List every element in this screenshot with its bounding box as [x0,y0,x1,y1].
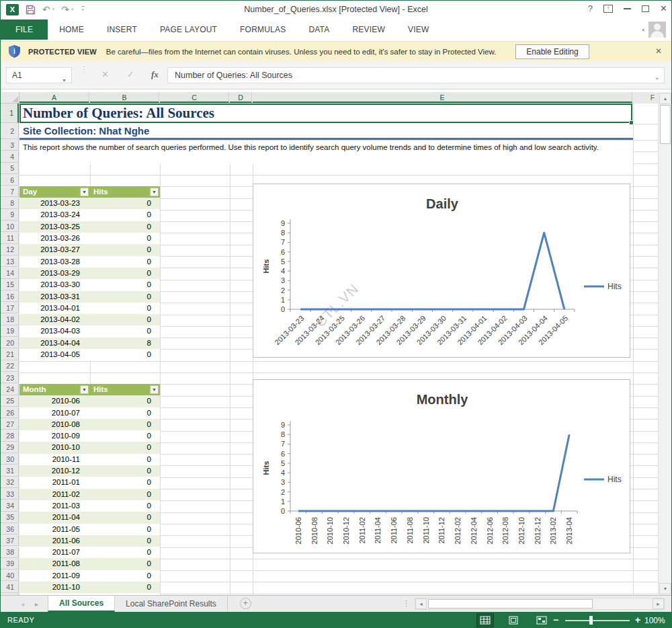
page-layout-view-icon[interactable] [505,613,522,627]
maximize-icon[interactable] [642,5,649,12]
month-table-row[interactable]: 2010-100 [19,442,160,453]
sheet-nav-right-icon[interactable]: ▸ [35,600,38,608]
ribbon-tab-page-layout[interactable]: PAGE LAYOUT [149,19,228,40]
sheet-nav-left-icon[interactable]: ◂ [21,600,24,608]
scroll-down-icon[interactable]: ▼ [659,583,671,594]
row-header-15[interactable]: 15 [1,280,19,290]
row-header-1[interactable]: 1 [1,104,19,123]
hscroll-right-icon[interactable]: ▸ [653,598,664,609]
sheet-canvas[interactable]: Number of Queries: All Sources Site Coll… [19,104,659,595]
ribbon-tab-view[interactable]: VIEW [396,19,440,40]
day-table-row[interactable]: 2013-03-310 [19,291,160,303]
scroll-up-icon[interactable]: ▲ [659,93,671,104]
row-header-9[interactable]: 9 [1,210,19,221]
page-break-view-icon[interactable] [533,613,550,627]
enter-icon[interactable]: ✓ [127,69,134,79]
add-sheet-icon[interactable]: + [240,598,251,609]
month-table-row[interactable]: 2011-040 [19,512,160,523]
month-table-row[interactable]: 2011-030 [19,500,160,512]
row-header-41[interactable]: 41 [1,582,19,592]
daily-chart[interactable]: Daily0123456789Hits2013-03-232013-03-242… [253,184,630,358]
month-table-row[interactable]: 2011-100 [19,582,160,593]
ribbon-display-options-icon[interactable]: ↑ [603,5,613,13]
filter-dropdown-icon[interactable]: ▼ [150,385,159,394]
sheet-tab-all-sources[interactable]: All Sources [48,596,115,612]
row-header-17[interactable]: 17 [1,303,19,313]
day-table-row[interactable]: 2013-03-300 [19,279,160,290]
day-table-row[interactable]: 2013-03-260 [19,233,160,244]
row-header-8[interactable]: 8 [1,198,19,209]
row-header-7[interactable]: 7 [1,186,19,197]
row-header-2[interactable]: 2 [1,124,19,139]
info-bar-close-icon[interactable]: ✕ [655,46,662,56]
row-header-5[interactable]: 5 [1,163,19,174]
month-table-row[interactable]: 2011-060 [19,535,160,547]
ribbon-tab-data[interactable]: DATA [297,19,341,40]
day-table-row[interactable]: 2013-04-050 [19,349,160,360]
vertical-scrollbar[interactable]: ▲ ▼ [658,92,671,595]
month-table-row[interactable]: 2011-010 [19,477,160,488]
row-header-22[interactable]: 22 [1,361,19,372]
row-header-10[interactable]: 10 [1,221,19,232]
month-table-row[interactable]: 2010-080 [19,419,160,430]
row-header-18[interactable]: 18 [1,315,19,325]
description-cell[interactable]: This report shows the number of search q… [19,142,633,164]
column-header-B[interactable]: B [90,92,159,103]
month-table-row[interactable]: 2011-080 [19,558,160,570]
close-icon[interactable]: ✕ [660,3,667,13]
row-header-31[interactable]: 31 [1,465,19,476]
row-header-3[interactable]: 3 [1,140,19,151]
site-collection-cell[interactable]: Site Collection: Nhat Nghe [19,124,633,140]
row-header-16[interactable]: 16 [1,291,19,302]
row-header-32[interactable]: 32 [1,477,19,488]
month-table-row[interactable]: 2011-090 [19,570,160,582]
zoom-slider-track[interactable] [565,620,630,621]
row-header-26[interactable]: 26 [1,407,19,418]
formula-bar-splitter[interactable]: ⋮ [80,67,88,72]
day-table-row[interactable]: 2013-03-230 [19,198,160,209]
day-table-row[interactable]: 2013-03-240 [19,209,160,221]
zoom-out-icon[interactable]: − [553,615,558,625]
minimize-icon[interactable] [624,8,631,9]
day-table-row[interactable]: 2013-04-030 [19,325,160,337]
row-header-24[interactable]: 24 [1,384,19,395]
column-header-A[interactable]: A [19,92,89,103]
sheet-tab-local-sharepoint-results[interactable]: Local SharePoint Results [115,596,228,612]
day-table-row[interactable]: 2013-04-048 [19,338,160,349]
column-header-C[interactable]: C [160,92,229,103]
ribbon-tab-formulas[interactable]: FORMULAS [228,19,297,40]
month-table-row[interactable]: 2011-070 [19,547,160,558]
row-header-21[interactable]: 21 [1,349,19,360]
month-table-row[interactable]: 2010-060 [19,395,160,407]
row-header-39[interactable]: 39 [1,559,19,570]
cancel-icon[interactable]: ✕ [101,69,109,79]
horizontal-scrollbar[interactable]: ◂ ▸ [415,598,665,610]
month-table-row[interactable]: 2010-070 [19,407,160,419]
month-table-row[interactable]: 2011-050 [19,524,160,535]
filter-dropdown-icon[interactable]: ▼ [80,385,89,394]
vertical-scrollbar-thumb[interactable] [660,105,671,144]
column-header-D[interactable]: D [230,92,252,103]
zoom-in-icon[interactable]: + [635,615,640,625]
normal-view-icon[interactable] [476,613,494,627]
zoom-slider-thumb[interactable] [589,616,593,625]
row-header-13[interactable]: 13 [1,256,19,267]
ribbon-collapse-icon[interactable]: ▾ [642,28,644,33]
row-header-25[interactable]: 25 [1,396,19,407]
row-header-38[interactable]: 38 [1,547,19,558]
row-header-28[interactable]: 28 [1,431,19,442]
row-header-34[interactable]: 34 [1,500,19,511]
help-icon[interactable]: ? [588,3,593,13]
row-header-36[interactable]: 36 [1,524,19,535]
row-header-23[interactable]: 23 [1,372,19,383]
formula-input[interactable]: Number of Queries: All Sources ⌄ [167,67,665,83]
filter-dropdown-icon[interactable]: ▼ [150,188,159,196]
day-table-row[interactable]: 2013-04-020 [19,314,160,325]
horizontal-scrollbar-thumb[interactable] [428,599,593,609]
user-avatar[interactable] [648,22,666,38]
row-header-33[interactable]: 33 [1,489,19,500]
insert-function-icon[interactable]: fx [151,69,159,80]
day-table-row[interactable]: 2013-04-010 [19,303,160,314]
row-header-37[interactable]: 37 [1,535,19,546]
month-table-row[interactable]: 2011-020 [19,489,160,500]
